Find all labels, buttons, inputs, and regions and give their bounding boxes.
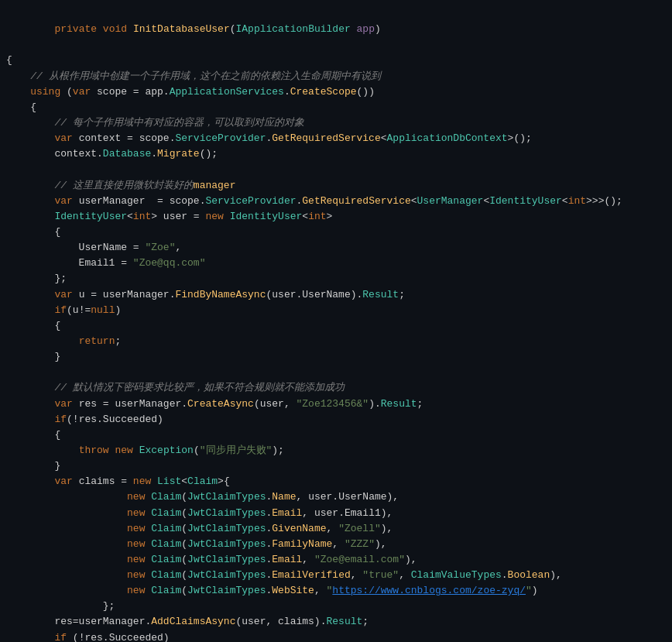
line-27: throw new Exception("同步用户失败"); xyxy=(0,443,672,458)
line-2: { xyxy=(0,53,672,68)
line-32: new Claim(JwtClaimTypes.GivenName, "Zoel… xyxy=(0,521,672,537)
line-10: // 这里直接使用微软封装好的manager xyxy=(0,178,672,194)
line-9 xyxy=(0,162,672,177)
line-4: using (var scope = app.ApplicationServic… xyxy=(0,84,672,100)
line-17: var u = userManager.FindByNameAsync(user… xyxy=(0,287,672,303)
line-35: new Claim(JwtClaimTypes.EmailVerified, "… xyxy=(0,568,672,583)
line-11: var userManager = scope.ServiceProvider.… xyxy=(0,194,672,209)
line-23: // 默认情况下密码要求比较严，如果不符合规则就不能添加成功 xyxy=(0,380,672,396)
line-14: UserName = "Zoe", xyxy=(0,240,672,256)
line-28: } xyxy=(0,458,672,474)
line-38: res=userManager.AddClaimsAsync(user, cla… xyxy=(0,614,672,630)
line-36: new Claim(JwtClaimTypes.WebSite, "https:… xyxy=(0,583,672,599)
line-15: Email1 = "Zoe@qq.com" xyxy=(0,256,672,271)
line-25: if(!res.Succeeded) xyxy=(0,412,672,427)
line-31: new Claim(JwtClaimTypes.Email, user.Emai… xyxy=(0,506,672,521)
line-39: if (!res.Succeeded) xyxy=(0,630,672,642)
line-29: var claims = new List<Claim>{ xyxy=(0,474,672,489)
line-5: { xyxy=(0,100,672,115)
line-19: { xyxy=(0,318,672,334)
line-3: // 从根作用域中创建一个子作用域，这个在之前的依赖注入生命周期中有说到 xyxy=(0,69,672,84)
line-8: context.Database.Migrate(); xyxy=(0,146,672,162)
line-6: // 每个子作用域中有对应的容器，可以取到对应的对象 xyxy=(0,115,672,131)
line-12: IdentityUser<int> user = new IdentityUse… xyxy=(0,209,672,225)
code-container: private void InitDatabaseUser(IApplicati… xyxy=(0,0,672,642)
line-22 xyxy=(0,365,672,380)
line-21: } xyxy=(0,349,672,365)
line-30: new Claim(JwtClaimTypes.Name, user.UserN… xyxy=(0,489,672,505)
code-block: private void InitDatabaseUser(IApplicati… xyxy=(0,0,672,642)
line-18: if(u!=null) xyxy=(0,303,672,318)
line-7: var context = scope.ServiceProvider.GetR… xyxy=(0,131,672,146)
line-37: }; xyxy=(0,599,672,614)
line-20: return; xyxy=(0,334,672,349)
line-16: }; xyxy=(0,271,672,287)
line-24: var res = userManager.CreateAsync(user, … xyxy=(0,397,672,412)
line-1: private void InitDatabaseUser(IApplicati… xyxy=(0,6,672,53)
line-33: new Claim(JwtClaimTypes.FamilyName, "ZZZ… xyxy=(0,537,672,552)
line-26: { xyxy=(0,427,672,443)
line-13: { xyxy=(0,225,672,240)
line-34: new Claim(JwtClaimTypes.Email, "Zoe@emai… xyxy=(0,552,672,568)
